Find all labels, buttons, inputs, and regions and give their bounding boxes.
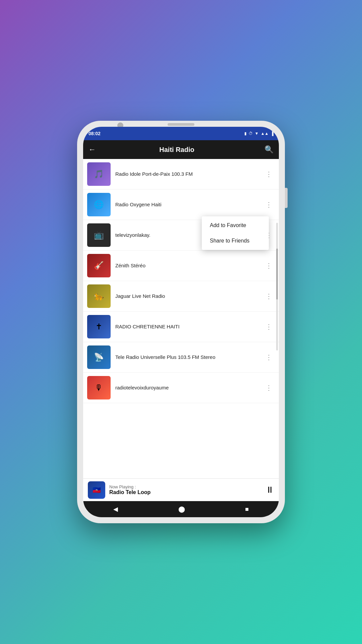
phone-screen: 08:02 ▮ ⏱ ▼ ▲▲ ▐ ← Haiti Radio 🔍 🎵 Radio… — [83, 127, 279, 517]
nav-recent-button[interactable]: ■ — [245, 506, 249, 513]
phone-side-button — [285, 188, 288, 208]
now-playing-thumbnail: 🇭🇹 — [88, 481, 105, 499]
status-bar: 08:02 ▮ ⏱ ▼ ▲▲ ▐ — [83, 127, 279, 140]
scrollbar-thumb[interactable] — [276, 249, 278, 300]
more-options-icon[interactable]: ⋮ — [263, 351, 275, 364]
nav-home-button[interactable]: ⬤ — [178, 505, 185, 513]
list-item[interactable]: 🎵 Radio Idole Port-de-Paix 100.3 FM ⋮ — [83, 159, 279, 190]
radio-name: Radio Oxygene Haiti — [115, 201, 263, 208]
radio-thumbnail: 🌐 — [87, 193, 111, 216]
radio-thumbnail: 🎵 — [87, 162, 111, 186]
list-item[interactable]: 🎙 radiotelevoixduroyaume ⋮ — [83, 373, 279, 403]
now-playing-bar: 🇭🇹 Now Playing : Radio Tele Loop ⏸ — [83, 478, 279, 501]
nav-bar: ◀ ⬤ ■ — [83, 501, 279, 517]
more-options-icon[interactable]: ⋮ — [263, 167, 275, 181]
pause-button[interactable]: ⏸ — [265, 485, 274, 495]
battery-icon: ▐ — [270, 131, 274, 136]
now-playing-label: Now Playing : — [109, 484, 265, 489]
share-to-friends-button[interactable]: Share to Friends — [202, 233, 269, 249]
list-item[interactable]: 🎸 Zénith Stéréo ⋮ — [83, 251, 279, 281]
radio-thumbnail: 🎸 — [87, 254, 111, 277]
app-title: Haiti Radio — [103, 146, 251, 154]
sim-icon: ▮ — [244, 131, 247, 136]
status-time: 08:02 — [88, 131, 101, 136]
now-playing-emoji: 🇭🇹 — [93, 486, 101, 494]
radio-thumbnail: 📺 — [87, 223, 111, 247]
scrollbar[interactable] — [276, 223, 278, 351]
phone-frame: 08:02 ▮ ⏱ ▼ ▲▲ ▐ ← Haiti Radio 🔍 🎵 Radio… — [77, 121, 285, 523]
context-menu: Add to Favorite Share to Friends — [202, 216, 269, 250]
back-button[interactable]: ← — [88, 145, 96, 154]
list-item[interactable]: 📡 Tele Radio Universelle Plus 103.5 FM S… — [83, 342, 279, 373]
wifi-icon: ▼ — [255, 131, 259, 136]
signal-icon: ▲▲ — [261, 131, 269, 136]
more-options-icon[interactable]: ⋮ — [263, 320, 275, 333]
more-options-icon[interactable]: ⋮ — [263, 381, 275, 394]
radio-name: RADIO CHRETIENNE HAITI — [115, 323, 263, 330]
more-options-icon[interactable]: ⋮ — [263, 259, 275, 272]
list-item[interactable]: ✝ RADIO CHRETIENNE HAITI ⋮ — [83, 312, 279, 342]
now-playing-title: Radio Tele Loop — [109, 489, 265, 495]
nav-back-button[interactable]: ◀ — [113, 505, 118, 513]
now-playing-info: Now Playing : Radio Tele Loop — [109, 484, 265, 495]
phone-speaker — [168, 123, 194, 126]
list-item[interactable]: 🐆 Jaguar Live Net Radio ⋮ — [83, 281, 279, 312]
more-options-icon[interactable]: ⋮ — [263, 198, 275, 211]
radio-name: radiotelevoixduroyaume — [115, 384, 263, 391]
app-bar: ← Haiti Radio 🔍 — [83, 140, 279, 159]
radio-name: Jaguar Live Net Radio — [115, 293, 263, 300]
radio-name: Zénith Stéréo — [115, 262, 263, 269]
search-icon[interactable]: 🔍 — [264, 145, 274, 154]
radio-name: Tele Radio Universelle Plus 103.5 FM Ste… — [115, 354, 263, 361]
more-options-icon[interactable]: ⋮ — [263, 289, 275, 303]
radio-thumbnail: 🎙 — [87, 376, 111, 399]
radio-name: Radio Idole Port-de-Paix 100.3 FM — [115, 171, 263, 177]
status-icons: ▮ ⏱ ▼ ▲▲ ▐ — [244, 131, 274, 136]
radio-thumbnail: ✝ — [87, 315, 111, 338]
add-to-favorite-button[interactable]: Add to Favorite — [202, 218, 269, 233]
radio-thumbnail: 📡 — [87, 345, 111, 369]
list-item[interactable]: 🌐 Radio Oxygene Haiti ⋮ Add to Favorite … — [83, 190, 279, 220]
alarm-icon: ⏱ — [249, 131, 253, 136]
radio-thumbnail: 🐆 — [87, 284, 111, 308]
radio-list: 🎵 Radio Idole Port-de-Paix 100.3 FM ⋮ 🌐 … — [83, 159, 279, 478]
